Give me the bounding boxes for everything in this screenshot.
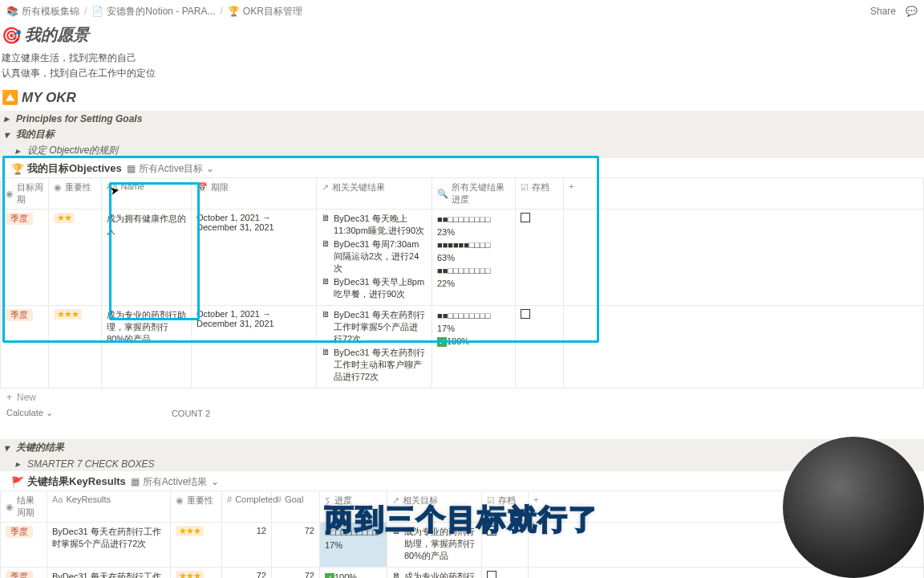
toggle-smarter[interactable]: ▸ SMARTER 7 CHECK BOXES	[0, 456, 924, 471]
col-importance[interactable]: ◉重要性	[49, 178, 102, 210]
date-icon: 📅	[197, 182, 208, 193]
share-button[interactable]: Share	[870, 6, 896, 17]
breadcrumb-item-okr[interactable]: 🏆OKR目标管理	[228, 5, 302, 18]
table-row[interactable]: 季度 ★★★ 成为专业的药剂行助理，掌握药剂行80%的产品 October 1,…	[1, 306, 924, 389]
table-row[interactable]: 季度ByDec31 每天在药剂行工作时主动和客户聊产品进行72次★★★7272✓…	[1, 568, 924, 579]
breadcrumb-item-templates[interactable]: 📚所有模板集锦	[6, 5, 79, 18]
toggle-setting-rule[interactable]: ▸ 设定 Objective的规则	[0, 143, 924, 158]
col-deadline[interactable]: 📅期限	[192, 178, 317, 210]
page-icon: 🗎	[322, 213, 330, 222]
caret-down-icon[interactable]: ▾	[0, 129, 13, 140]
col-importance[interactable]: ◉重要性	[171, 491, 222, 523]
caret-right-icon[interactable]: ▸	[11, 458, 24, 470]
text-icon: Aa	[52, 495, 63, 504]
number-icon: #	[227, 495, 232, 504]
archive-checkbox[interactable]	[521, 309, 530, 319]
caret-down-icon[interactable]: ▾	[0, 442, 13, 454]
trophy-icon: 🏆	[11, 163, 24, 175]
target-icon: 🎯	[2, 26, 22, 45]
col-completed[interactable]: #Completed	[222, 491, 272, 523]
caret-right-icon[interactable]: ▸	[11, 145, 24, 157]
table-icon: ▦	[127, 163, 136, 174]
trophy-icon: 🏆	[228, 6, 240, 17]
toggle-principles[interactable]: ▸ Principles for Setting Goals	[0, 111, 924, 126]
col-progress[interactable]: 🔍所有关键结果进度	[432, 178, 516, 210]
clipboard-icon: 📚	[6, 6, 18, 17]
view-selector[interactable]: ▦所有Active目标⌄	[127, 162, 215, 176]
chevron-down-icon: ⌄	[206, 163, 214, 174]
rollup-icon: 🔍	[437, 189, 448, 199]
vision-line-2: 认真做事，找到自己在工作中的定位	[2, 66, 922, 81]
comment-icon[interactable]: 💬	[906, 6, 918, 17]
archive-checkbox[interactable]	[487, 571, 496, 578]
video-caption: 两到三个目标就行了	[325, 500, 599, 539]
select-icon: ◉	[6, 502, 14, 512]
archive-checkbox[interactable]	[521, 213, 530, 222]
cursor-icon: ➤	[109, 183, 121, 197]
view-selector[interactable]: ▦所有Active结果⌄	[131, 475, 219, 489]
checkbox-icon: ☑	[521, 182, 529, 193]
page-icon: 📄	[91, 6, 103, 17]
arrow-up-icon: 🔼	[2, 89, 18, 106]
page-icon: 🗎	[322, 276, 330, 286]
vision-heading: 🎯 我的愿景	[0, 22, 924, 51]
flag-icon: 🚩	[11, 476, 24, 488]
col-archive[interactable]: ☑存档	[516, 178, 564, 210]
select-icon: ◉	[176, 495, 184, 506]
number-icon: #	[277, 495, 282, 504]
col-related[interactable]: ↗相关关键结果	[317, 178, 432, 210]
calculate-menu[interactable]: Calculate ⌄	[6, 408, 53, 418]
breadcrumb-sep: /	[84, 6, 87, 17]
webcam-overlay	[783, 437, 924, 578]
table-row[interactable]: 季度 ★★ 成为拥有健康作息的人 October 1, 2021 → Decem…	[1, 210, 924, 306]
col-period[interactable]: ◉目标周期	[1, 178, 49, 210]
relation-icon: ↗	[322, 182, 329, 193]
page-icon: 🗎	[322, 347, 330, 356]
check-icon: ✓	[437, 337, 447, 347]
col-kr[interactable]: AaKeyResults	[47, 491, 171, 523]
new-row-button[interactable]: +New	[0, 389, 924, 406]
top-bar: 📚所有模板集锦 / 📄安德鲁的Notion - PARA... / 🏆OKR目标…	[0, 0, 924, 22]
objectives-footer: Calculate ⌄ COUNT 2	[0, 406, 924, 420]
breadcrumb: 📚所有模板集锦 / 📄安德鲁的Notion - PARA... / 🏆OKR目标…	[6, 5, 302, 18]
objectives-db-header: 🏆我的目标Objectives ▦所有Active目标⌄	[0, 158, 924, 177]
select-icon: ◉	[54, 182, 62, 193]
caret-right-icon[interactable]: ▸	[0, 113, 13, 124]
select-icon: ◉	[6, 189, 14, 199]
breadcrumb-sep: /	[220, 6, 222, 17]
plus-icon: +	[569, 181, 573, 191]
objectives-table: ◉目标周期 ◉重要性 AaName 📅期限 ↗相关关键结果 🔍所有关键结果进度 …	[0, 177, 924, 389]
okr-heading: 🔼 MY OKR	[0, 88, 924, 111]
col-period[interactable]: ◉结果周期	[1, 491, 47, 523]
table-icon: ▦	[131, 476, 140, 487]
col-goal[interactable]: #Goal	[272, 491, 320, 523]
plus-icon: +	[6, 392, 12, 403]
toggle-my-goals[interactable]: ▾ 我的目标	[0, 126, 924, 143]
page-icon: 🗎	[322, 309, 330, 319]
toggle-results[interactable]: ▾ 关键的结果	[0, 439, 924, 456]
breadcrumb-item-para[interactable]: 📄安德鲁的Notion - PARA...	[91, 5, 215, 18]
chevron-down-icon: ⌄	[211, 476, 219, 487]
vision-line-1: 建立健康生活，找到完整的自己	[2, 51, 922, 66]
page-icon: 🗎	[322, 238, 330, 248]
col-add[interactable]: +	[564, 178, 924, 210]
